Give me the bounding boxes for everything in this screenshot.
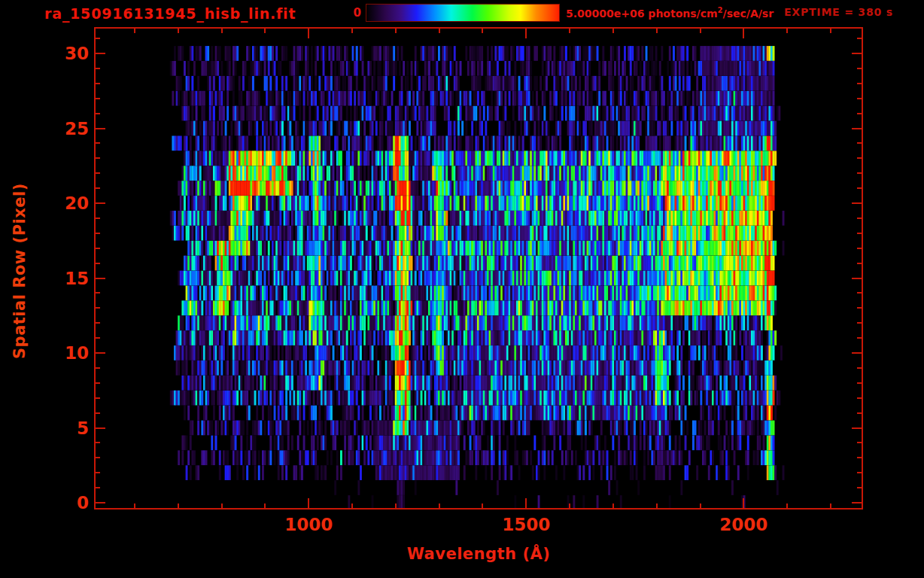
- left-axis-tick: [96, 352, 105, 354]
- right-axis-tick: [852, 278, 862, 279]
- left-axis-tick: [96, 38, 100, 39]
- spectrogram-heatmap: [96, 29, 862, 508]
- right-axis-tick: [857, 142, 862, 144]
- left-axis-tick: [96, 263, 100, 264]
- plot-frame: [94, 27, 863, 510]
- bottom-axis-tick: [308, 498, 309, 508]
- top-axis-tick: [656, 29, 658, 33]
- right-axis-tick: [857, 263, 862, 264]
- top-axis-tick: [525, 29, 527, 38]
- right-axis-tick: [857, 98, 862, 99]
- right-axis-tick: [857, 397, 862, 399]
- top-axis-tick: [482, 29, 483, 33]
- left-axis-tick: [96, 172, 100, 174]
- x-tick-label: 1000: [271, 515, 346, 534]
- top-axis-tick: [264, 29, 266, 33]
- x-tick-label: 2000: [706, 515, 781, 534]
- left-axis-tick: [96, 187, 100, 189]
- right-axis-tick: [857, 367, 862, 369]
- colorbar-max-label: 5.00000e+06 photons/cm2/sec/A/sr: [566, 6, 774, 20]
- bottom-axis-tick: [395, 503, 397, 508]
- left-axis-tick: [96, 278, 105, 279]
- right-axis-tick: [852, 502, 862, 503]
- y-tick-label: 0: [0, 493, 89, 513]
- right-axis-tick: [857, 172, 862, 174]
- left-axis-tick: [96, 98, 100, 99]
- y-tick-label: 15: [0, 269, 89, 288]
- bottom-axis-tick: [743, 498, 744, 508]
- top-axis-tick: [439, 29, 440, 33]
- right-axis-tick: [857, 337, 862, 339]
- right-axis-tick: [852, 202, 862, 204]
- bottom-axis-tick: [830, 503, 831, 508]
- left-axis-tick: [96, 218, 100, 219]
- right-axis-tick: [857, 248, 862, 249]
- left-axis-tick: [96, 442, 100, 443]
- right-axis-tick: [857, 457, 862, 458]
- left-axis-tick: [96, 202, 105, 204]
- top-axis-tick: [351, 29, 353, 33]
- top-axis-tick: [743, 29, 744, 38]
- right-axis-tick: [857, 442, 862, 443]
- left-axis-tick: [96, 68, 100, 69]
- y-tick-label: 25: [0, 119, 89, 138]
- bottom-axis-tick: [612, 503, 614, 508]
- top-axis-tick: [395, 29, 397, 33]
- bottom-axis-tick: [221, 503, 223, 508]
- left-axis-tick: [96, 472, 100, 473]
- right-axis-tick: [857, 412, 862, 414]
- right-axis-tick: [857, 472, 862, 473]
- bottom-axis-tick: [264, 503, 266, 508]
- y-tick-label: 10: [0, 343, 89, 363]
- right-axis-tick: [857, 187, 862, 189]
- bottom-axis-tick: [439, 503, 440, 508]
- right-axis-tick: [857, 157, 862, 159]
- right-axis-tick: [857, 38, 862, 39]
- top-axis-tick: [308, 29, 309, 38]
- right-axis-tick: [857, 113, 862, 114]
- colorbar-units-suffix: /sec/A/sr: [723, 8, 774, 20]
- bottom-axis-tick: [656, 503, 658, 508]
- top-axis-tick: [178, 29, 179, 33]
- top-axis-tick: [569, 29, 570, 33]
- right-axis-tick: [852, 53, 862, 54]
- y-tick-label: 5: [0, 418, 89, 438]
- right-axis-tick: [857, 83, 862, 84]
- left-axis-tick: [96, 367, 100, 369]
- colorbar-units-prefix: photons/cm: [648, 8, 717, 20]
- left-axis-tick: [96, 233, 100, 234]
- right-axis-tick: [857, 307, 862, 309]
- left-axis-tick: [96, 502, 105, 503]
- left-axis-tick: [96, 83, 100, 84]
- left-axis-tick: [96, 337, 100, 339]
- x-tick-label: 1500: [488, 515, 564, 534]
- top-axis-tick: [830, 29, 831, 33]
- bottom-axis-tick: [134, 503, 135, 508]
- colorbar-units-superscript: 2: [718, 6, 723, 14]
- bottom-axis-tick: [351, 503, 353, 508]
- bottom-axis-tick: [525, 498, 527, 508]
- left-axis-tick: [96, 113, 100, 114]
- left-axis-tick: [96, 487, 100, 488]
- exptime-label: EXPTIME = 380 s: [784, 6, 893, 18]
- right-axis-tick: [857, 322, 862, 324]
- left-axis-tick: [96, 142, 100, 144]
- right-axis-tick: [857, 68, 862, 69]
- right-axis-tick: [857, 233, 862, 234]
- bottom-axis-tick: [178, 503, 179, 508]
- filename-title: ra_150916131945_hisb_lin.fit: [44, 5, 296, 22]
- left-axis-tick: [96, 157, 100, 159]
- left-axis-tick: [96, 307, 100, 309]
- right-axis-tick: [852, 128, 862, 129]
- right-axis-tick: [857, 382, 862, 384]
- colorbar-gradient: [366, 4, 560, 22]
- right-axis-tick: [857, 487, 862, 488]
- left-axis-tick: [96, 412, 100, 414]
- top-axis-tick: [612, 29, 614, 33]
- left-axis-tick: [96, 248, 100, 249]
- top-axis-tick: [700, 29, 701, 33]
- right-axis-tick: [852, 427, 862, 429]
- bottom-axis-tick: [700, 503, 701, 508]
- bottom-axis-tick: [786, 503, 788, 508]
- y-tick-label: 20: [0, 193, 89, 213]
